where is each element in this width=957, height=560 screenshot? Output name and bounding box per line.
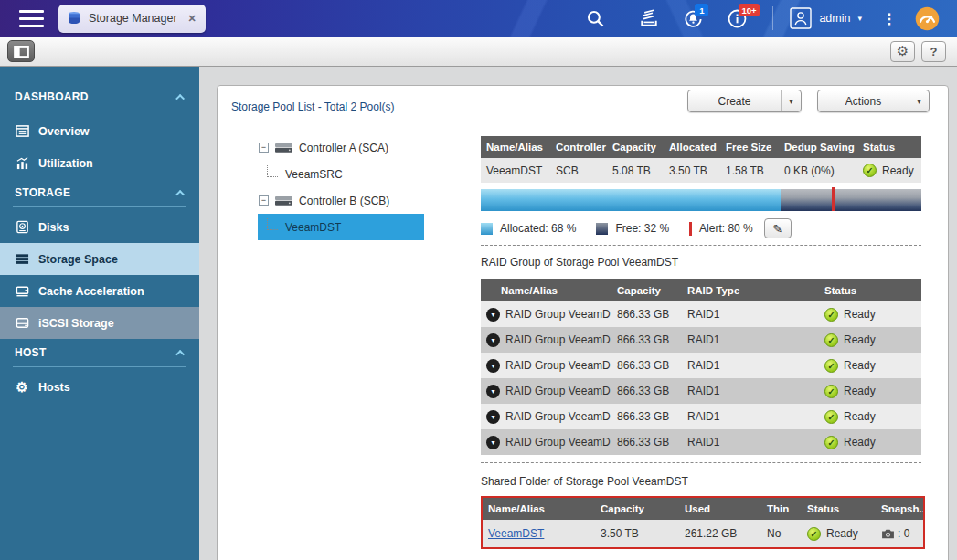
cell-status: ✓Ready — [819, 301, 921, 327]
table-row[interactable]: VeeamDST 3.50 TB 261.22 GB No ✓Ready : 0 — [483, 520, 923, 547]
panel-toggle-button[interactable] — [7, 40, 35, 62]
expand-row-icon[interactable]: ▾ — [486, 385, 500, 398]
col-raid-type[interactable]: RAID Type — [682, 279, 819, 301]
expand-row-icon[interactable]: ▾ — [486, 333, 500, 347]
shared-table-highlight: Name/Alias Capacity Used Thin Status Sna… — [481, 496, 925, 549]
main-menu-icon[interactable] — [19, 10, 44, 27]
sidebar-item-iscsi-storage[interactable]: iSCSI Storage — [0, 307, 199, 339]
cell-raid-type: RAID1 — [682, 327, 819, 353]
col-snapshot[interactable]: Snapsh... — [876, 498, 923, 520]
col-capacity[interactable]: Capacity — [607, 136, 664, 158]
top-bar: Storage Manager ✕ 1 10+ admin ▾ ⋮ — [0, 0, 957, 37]
actions-button[interactable]: Actions ▾ — [817, 90, 930, 112]
table-row[interactable]: VeeamDST SCB 5.08 TB 3.50 TB 1.58 TB 0 K… — [481, 158, 921, 183]
col-name-alias[interactable]: Name/Alias — [481, 279, 611, 301]
tree-node-controller-b[interactable]: − Controller B (SCB) — [240, 187, 432, 214]
table-row[interactable]: ▾RAID Group VeeamDST... 866.33 GB RAID1 … — [481, 404, 921, 429]
sidebar-item-label: iSCSI Storage — [38, 317, 114, 330]
collapse-icon[interactable]: − — [259, 143, 269, 153]
sidebar-item-cache-acceleration[interactable]: Cache Acceleration — [0, 275, 199, 307]
sidebar-item-disks[interactable]: Disks — [0, 211, 199, 243]
utilization-icon — [15, 156, 29, 171]
chevron-up-icon — [175, 189, 185, 198]
status-ok-icon: ✓ — [824, 333, 838, 347]
cell-name: ▾RAID Group VeeamDST... — [481, 429, 611, 455]
more-options-icon[interactable]: ⋮ — [882, 10, 897, 27]
create-button[interactable]: Create ▾ — [687, 90, 802, 112]
content-card: Storage Pool List - Total 2 Pool(s) Crea… — [217, 85, 949, 560]
col-controller[interactable]: Controller — [550, 136, 607, 158]
tab-storage-manager[interactable]: Storage Manager ✕ — [58, 5, 206, 33]
alerts-icon[interactable]: 10+ — [721, 3, 752, 34]
shared-folder-link[interactable]: VeeamDST — [488, 527, 544, 540]
cell-capacity: 866.33 GB — [611, 404, 682, 429]
table-row[interactable]: ▾RAID Group VeeamDST... 866.33 GB RAID1 … — [481, 378, 921, 404]
sidebar-item-overview[interactable]: Overview — [0, 115, 199, 147]
sidebar-item-storage-space[interactable]: Storage Space — [0, 243, 199, 275]
search-icon[interactable] — [580, 3, 611, 34]
col-allocated[interactable]: Allocated — [664, 136, 720, 158]
help-button[interactable]: ? — [921, 41, 946, 62]
tree-node-label: VeeamSRC — [285, 168, 343, 181]
table-row[interactable]: ▾RAID Group VeeamDST... 866.33 GB RAID1 … — [481, 327, 921, 353]
sidebar-item-utilization[interactable]: Utilization — [0, 147, 199, 179]
table-row[interactable]: ▾RAID Group VeeamDST... 866.33 GB RAID1 … — [481, 353, 921, 378]
tab-label: Storage Manager — [89, 12, 177, 25]
status-ok-icon: ✓ — [824, 359, 838, 373]
col-used[interactable]: Used — [679, 498, 761, 520]
tree-node-veeamsrc[interactable]: VeeamSRC — [258, 161, 424, 187]
sidebar-item-hosts[interactable]: ⚙ Hosts — [0, 371, 199, 403]
edit-alert-button[interactable]: ✎ — [764, 218, 792, 238]
background-tasks-icon[interactable] — [633, 3, 665, 34]
col-name-alias[interactable]: Name/Alias — [483, 498, 595, 520]
tree-node-label: Controller A (SCA) — [299, 142, 388, 154]
sidebar-section-host[interactable]: HOST — [0, 339, 199, 366]
storage-space-icon — [15, 252, 29, 267]
horizontal-divider — [481, 462, 921, 463]
resource-monitor-icon[interactable] — [911, 3, 942, 34]
disks-icon — [15, 220, 29, 235]
cell-status: ✓Ready — [857, 158, 921, 183]
col-capacity[interactable]: Capacity — [611, 279, 682, 301]
collapse-icon[interactable]: − — [259, 195, 269, 206]
cell-raid-type: RAID1 — [682, 301, 819, 327]
camera-icon — [881, 529, 895, 539]
settings-button[interactable]: ⚙ — [890, 41, 915, 62]
table-row[interactable]: ▾RAID Group VeeamDST... 866.33 GB RAID1 … — [481, 301, 921, 327]
col-status[interactable]: Status — [802, 498, 876, 520]
col-free-size[interactable]: Free Size — [720, 136, 779, 158]
col-status[interactable]: Status — [819, 279, 921, 301]
help-icon: ? — [930, 45, 938, 58]
expand-row-icon[interactable]: ▾ — [486, 410, 500, 424]
col-capacity[interactable]: Capacity — [595, 498, 679, 520]
sidebar: DASHBOARD Overview Utilization STORAGE D… — [0, 67, 199, 560]
pool-tree: − Controller A (SCA) VeeamSRC − Controll… — [240, 134, 432, 240]
cell-capacity: 866.33 GB — [611, 429, 682, 455]
alert-swatch — [689, 222, 692, 236]
create-button-label: Create — [688, 90, 781, 111]
tab-close-icon[interactable]: ✕ — [188, 13, 197, 25]
cell-thin: No — [761, 520, 802, 547]
expand-row-icon[interactable]: ▾ — [486, 308, 500, 322]
sidebar-section-storage[interactable]: STORAGE — [0, 179, 199, 206]
chevron-up-icon — [175, 93, 185, 102]
col-dedup-saving[interactable]: Dedup Saving — [779, 136, 857, 158]
expand-row-icon[interactable]: ▾ — [486, 359, 500, 373]
user-menu[interactable]: admin ▾ — [790, 7, 862, 29]
raid-table: Name/Alias Capacity RAID Type Status ▾RA… — [481, 279, 921, 455]
tree-node-veeamdst[interactable]: VeeamDST — [258, 214, 424, 240]
cell-name: ▾RAID Group VeeamDST... — [481, 327, 611, 353]
topbar-divider — [772, 6, 773, 30]
cell-capacity: 5.08 TB — [607, 158, 664, 183]
tree-node-controller-a[interactable]: − Controller A (SCA) — [240, 134, 432, 161]
caret-down-icon: ▾ — [909, 90, 929, 111]
expand-row-icon[interactable]: ▾ — [486, 436, 500, 449]
alerts-badge: 10+ — [739, 4, 759, 16]
col-status[interactable]: Status — [857, 136, 921, 158]
capacity-bar — [481, 189, 921, 211]
sidebar-section-dashboard[interactable]: DASHBOARD — [0, 83, 199, 111]
notifications-icon[interactable]: 1 — [677, 3, 708, 34]
table-row[interactable]: ▾RAID Group VeeamDST... 866.33 GB RAID1 … — [481, 429, 921, 455]
col-thin[interactable]: Thin — [761, 498, 802, 520]
col-name-alias[interactable]: Name/Alias — [481, 136, 550, 158]
